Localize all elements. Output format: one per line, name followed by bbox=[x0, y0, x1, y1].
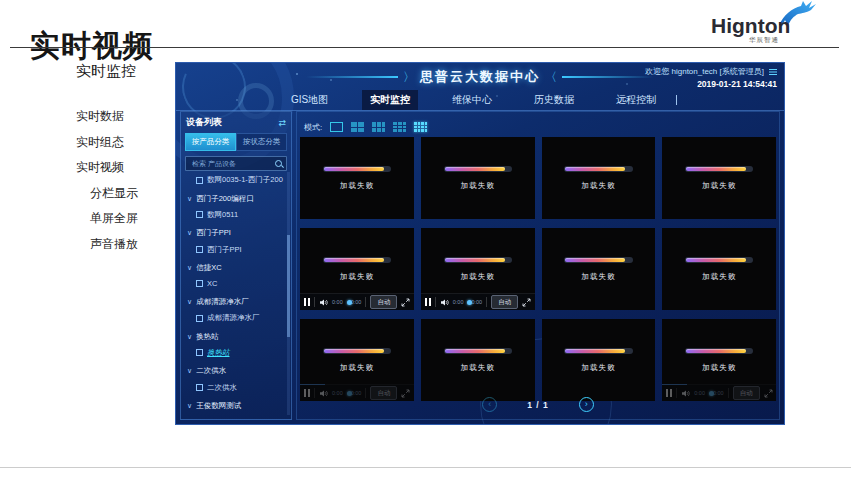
device-panel-tab[interactable]: 按产品分类 bbox=[185, 133, 236, 151]
fullscreen-icon[interactable] bbox=[522, 298, 531, 307]
mode-icon-cell bbox=[398, 129, 402, 132]
device-panel-tab[interactable]: 按状态分类 bbox=[236, 133, 287, 151]
layout-mode-6-icon[interactable] bbox=[372, 122, 385, 132]
loading-bar-fill bbox=[565, 167, 625, 171]
chevron-down-icon[interactable]: ∨ bbox=[187, 367, 192, 375]
prev-page-button[interactable]: ‹ bbox=[482, 397, 497, 412]
sidebar-item[interactable]: 实时组态 bbox=[76, 133, 174, 152]
device-tree-group[interactable]: ∨西门子200编程口 bbox=[181, 190, 287, 206]
device-tree-child[interactable]: 换热站 bbox=[181, 345, 287, 361]
device-tree-group[interactable]: ∨王俊数网测试 bbox=[181, 398, 287, 414]
chevron-down-icon[interactable]: ∨ bbox=[187, 264, 192, 272]
device-tree-group[interactable]: ∨换热站 bbox=[181, 328, 287, 344]
pause-button[interactable] bbox=[304, 389, 310, 397]
video-cell[interactable]: 加载失败0:000:00自动 bbox=[662, 319, 776, 401]
chevron-down-icon[interactable]: ∨ bbox=[187, 333, 192, 341]
nav-tab[interactable]: 维保中心 bbox=[444, 90, 500, 110]
app-header: 〉 思普云大数据中心 〈 欢迎您 hignton_tech [系统管理员] 20… bbox=[176, 63, 784, 89]
mode-icon-cell bbox=[418, 126, 421, 129]
device-label: 二次供水 bbox=[196, 366, 226, 376]
video-cell[interactable]: 加载失败0:000:00自动 bbox=[300, 319, 414, 401]
video-controls-bar[interactable]: 0:000:00自动 bbox=[421, 293, 535, 310]
panel-scrollbar[interactable] bbox=[287, 172, 290, 415]
welcome-text[interactable]: 欢迎您 hignton_tech [系统管理员] bbox=[645, 66, 764, 77]
loading-bar-fill bbox=[686, 349, 746, 353]
loading-bar-fill bbox=[445, 167, 505, 171]
volume-icon[interactable] bbox=[319, 298, 328, 307]
video-cell[interactable]: 加载失败0:000:00自动 bbox=[421, 228, 535, 310]
video-cell[interactable]: 加载失败 bbox=[542, 137, 656, 219]
video-cell[interactable]: 加载失败0:000:00自动 bbox=[300, 228, 414, 310]
video-controls-bar[interactable]: 0:000:00自动 bbox=[300, 293, 414, 310]
device-search-input[interactable] bbox=[190, 159, 275, 168]
device-tree-child[interactable]: 二次供水 bbox=[181, 380, 287, 396]
sidebar-item[interactable]: 实时数据 bbox=[76, 107, 174, 126]
nav-tab[interactable]: 历史数据 bbox=[526, 90, 582, 110]
mode-icon-cell bbox=[330, 122, 343, 132]
mode-icon-cell bbox=[418, 122, 421, 125]
device-tree-group[interactable]: ∨西门子PPI bbox=[181, 225, 287, 241]
loading-bar bbox=[685, 166, 753, 172]
video-cell[interactable]: 加载失败 bbox=[542, 319, 656, 401]
chevron-down-icon[interactable]: ∨ bbox=[187, 229, 192, 237]
volume-icon[interactable] bbox=[440, 298, 449, 307]
device-tree-child[interactable]: 王俊数网测试设备 bbox=[181, 414, 287, 417]
device-tree-group[interactable]: ∨成都清源净水厂 bbox=[181, 294, 287, 310]
layout-mode-4-icon[interactable] bbox=[351, 122, 364, 132]
scrollbar-thumb[interactable] bbox=[287, 235, 290, 337]
video-cell[interactable]: 加载失败 bbox=[421, 137, 535, 219]
device-tree-child[interactable]: 数网0035-1-西门子200 bbox=[181, 172, 287, 188]
slider-knob[interactable] bbox=[347, 300, 352, 305]
mode-icon-cell bbox=[377, 122, 381, 127]
cell-status-text: 加载失败 bbox=[340, 181, 374, 191]
device-tree-child[interactable]: XC bbox=[181, 276, 287, 291]
chevron-down-icon[interactable]: ∨ bbox=[187, 402, 192, 410]
video-cell[interactable]: 加载失败 bbox=[542, 228, 656, 310]
device-tree-child[interactable]: 西门子PPI bbox=[181, 242, 287, 258]
auto-button[interactable]: 自动 bbox=[491, 295, 518, 309]
sidebar-heading[interactable]: 实时监控 bbox=[76, 62, 174, 81]
pause-button[interactable] bbox=[425, 298, 431, 306]
device-label: 王俊数网测试 bbox=[196, 401, 241, 411]
chevron-down-icon[interactable]: ∨ bbox=[187, 195, 192, 203]
mode-icon-cell bbox=[425, 126, 428, 129]
sidebar-item[interactable]: 声音播放 bbox=[90, 235, 174, 254]
menu-icon[interactable] bbox=[769, 69, 777, 70]
nav-tab[interactable]: 远程控制 bbox=[608, 90, 664, 110]
next-page-button[interactable]: › bbox=[579, 397, 594, 412]
device-label: 换热站 bbox=[196, 332, 219, 342]
device-tree-group[interactable]: ∨二次供水 bbox=[181, 363, 287, 379]
video-cell[interactable]: 加载失败 bbox=[662, 137, 776, 219]
search-icon[interactable] bbox=[275, 160, 282, 167]
mode-icon-cell bbox=[393, 122, 397, 125]
video-cell[interactable]: 加载失败 bbox=[421, 319, 535, 401]
device-tree-group[interactable]: ∨信捷XC bbox=[181, 260, 287, 276]
auto-button[interactable]: 自动 bbox=[370, 295, 397, 309]
video-cell[interactable]: 加载失败 bbox=[300, 137, 414, 219]
sidebar-item[interactable]: 实时视频 bbox=[76, 158, 174, 177]
layout-mode-bar: 模式: bbox=[297, 112, 779, 136]
slider-knob[interactable] bbox=[347, 391, 352, 396]
collapse-panel-icon[interactable]: ⇄ bbox=[278, 118, 286, 128]
device-tree-child[interactable]: 成都清源净水厂 bbox=[181, 310, 287, 326]
pause-button[interactable] bbox=[666, 389, 672, 397]
pause-button[interactable] bbox=[304, 298, 310, 306]
app-title-banner: 〉 思普云大数据中心 〈 bbox=[306, 68, 654, 86]
nav-tab[interactable]: 实时监控 bbox=[362, 90, 418, 110]
video-cell[interactable]: 加载失败 bbox=[662, 228, 776, 310]
cell-status-text: 加载失败 bbox=[702, 272, 736, 282]
cell-status-text: 加载失败 bbox=[581, 272, 615, 282]
title-divider bbox=[10, 47, 839, 48]
fullscreen-icon[interactable] bbox=[401, 298, 410, 307]
sidebar-item[interactable]: 分栏显示 bbox=[90, 184, 174, 203]
layout-mode-12-icon[interactable] bbox=[414, 122, 427, 132]
chevron-down-icon[interactable]: ∨ bbox=[187, 298, 192, 306]
loading-bar bbox=[564, 166, 632, 172]
sidebar-item[interactable]: 单屏全屏 bbox=[90, 209, 174, 228]
layout-mode-1-icon[interactable] bbox=[330, 122, 343, 132]
layout-mode-9-icon[interactable] bbox=[393, 122, 406, 132]
device-label: 西门子PPI bbox=[196, 228, 231, 238]
slider-knob[interactable] bbox=[709, 391, 714, 396]
nav-tab[interactable]: GIS地图 bbox=[283, 90, 336, 110]
device-tree-child[interactable]: 数网0511 bbox=[181, 207, 287, 223]
